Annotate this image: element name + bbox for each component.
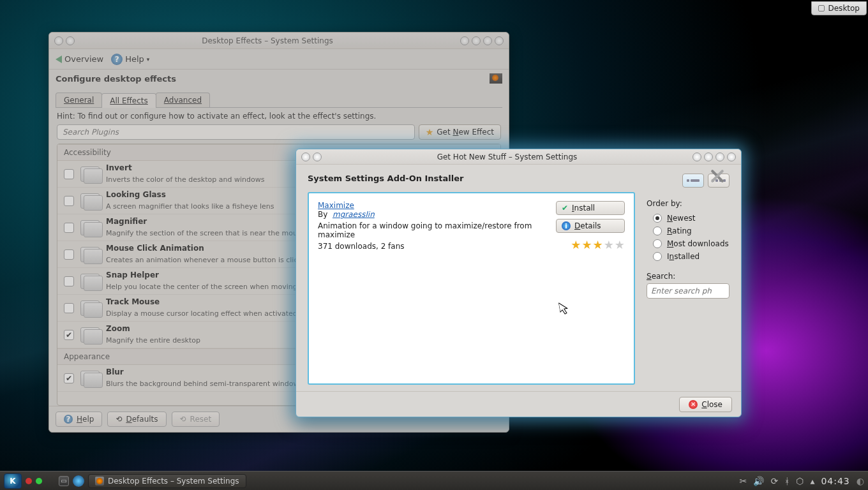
checkbox[interactable] (64, 223, 74, 233)
refresh-icon[interactable]: ⟳ (770, 476, 778, 486)
volume-icon[interactable]: 🔊 (753, 476, 764, 486)
star-icon: ★ (615, 238, 625, 251)
task-app-icon (95, 477, 104, 486)
search-input[interactable] (647, 283, 730, 299)
undo-icon: ⟲ (116, 415, 122, 424)
minimize-icon[interactable] (472, 36, 481, 45)
check-icon: ✔ (562, 204, 568, 212)
checkbox[interactable] (64, 169, 74, 179)
show-desktop-icon[interactable]: ▭ (59, 476, 69, 486)
window-menu-icon[interactable] (301, 152, 310, 161)
window-pin-icon[interactable] (66, 36, 75, 45)
effect-thumb-icon (80, 301, 100, 316)
details-button[interactable]: iDetails (556, 219, 625, 233)
info-icon: i (562, 221, 571, 230)
clipboard-icon[interactable]: ✂ (740, 476, 747, 486)
sort-rating[interactable]: Rating (647, 225, 730, 237)
window-title: Desktop Effects – System Settings (76, 36, 459, 45)
checkbox[interactable] (64, 196, 74, 206)
addon-stats: 371 downloads, 2 fans (318, 242, 548, 251)
effect-thumb-icon (80, 327, 100, 343)
addon-by: By (318, 210, 327, 219)
task-label: Desktop Effects – System Settings (108, 477, 239, 486)
radio-icon (653, 214, 662, 223)
effect-thumb-icon (80, 247, 100, 262)
x-icon: ✕ (689, 400, 698, 409)
help-icon[interactable] (692, 152, 701, 161)
search-label: Search: (647, 272, 730, 281)
window-menu-icon[interactable] (54, 36, 63, 45)
overview-button[interactable]: Overview (56, 54, 103, 64)
checkbox[interactable] (64, 276, 74, 286)
maximize-icon[interactable] (483, 36, 492, 45)
install-button[interactable]: ✔Install (556, 201, 625, 215)
kickoff-menu[interactable]: K (4, 473, 22, 489)
hint-text: Hint: To find out or configure how to ac… (49, 108, 509, 124)
taskbar-panel: K ▭ Desktop Effects – System Settings ✂ … (0, 471, 868, 490)
effect-thumb-icon (80, 167, 100, 182)
activity-dot-red-icon[interactable] (26, 478, 32, 484)
close-button[interactable]: ✕ Close (679, 397, 732, 412)
addon-author-link[interactable]: mgraesslin (333, 210, 375, 219)
minimize-icon[interactable] (704, 152, 713, 161)
bluetooth-icon[interactable]: ᚼ (784, 476, 789, 486)
module-header: Configure desktop effects (49, 70, 509, 87)
addon-title-link[interactable]: Maximize (318, 201, 354, 210)
plasma-desktop-toolbox[interactable]: Desktop (811, 1, 867, 15)
checkbox[interactable] (64, 303, 74, 313)
chevron-up-icon[interactable]: ▴ (810, 476, 814, 486)
view-list-button[interactable] (682, 174, 704, 188)
close-icon[interactable] (495, 36, 504, 45)
reset-button[interactable]: ⟲Reset (172, 412, 220, 427)
search-plugins-input[interactable] (57, 124, 415, 140)
help-icon[interactable] (460, 36, 469, 45)
window-pin-icon[interactable] (313, 152, 322, 161)
star-icon: ★ (581, 238, 592, 251)
help-menu[interactable]: ? Help ▾ (111, 54, 149, 65)
defaults-button[interactable]: ⟲Defaults (107, 412, 166, 427)
star-icon: ★ (426, 127, 434, 137)
help-button[interactable]: ?Help (56, 412, 102, 427)
get-new-label: Get New Effect (437, 128, 494, 137)
task-desktop-effects[interactable]: Desktop Effects – System Settings (88, 474, 246, 488)
sort-newest[interactable]: Newest (647, 212, 730, 225)
star-icon: ★ (571, 238, 581, 251)
radio-icon (653, 252, 662, 261)
radio-icon (653, 226, 662, 235)
titlebar[interactable]: Desktop Effects – System Settings (49, 33, 509, 49)
checkbox[interactable] (64, 249, 74, 260)
rating-stars[interactable]: ★ ★ ★ ★ ★ (571, 238, 625, 251)
order-by-label: Order by: (647, 199, 730, 208)
effect-thumb-icon (80, 220, 100, 235)
tab-all-effects[interactable]: All Effects (101, 93, 156, 108)
chevron-down-icon: ▾ (147, 56, 150, 63)
close-icon[interactable] (727, 152, 736, 161)
sort-most-downloads[interactable]: Most downloads (647, 237, 730, 250)
maximize-icon[interactable] (715, 152, 724, 161)
logout-icon[interactable]: ◐ (857, 476, 864, 486)
tab-advanced[interactable]: Advanced (156, 93, 210, 107)
web-browser-icon[interactable] (73, 475, 84, 487)
addon-result-item[interactable]: Maximize By mgraesslin Animation for a w… (308, 192, 635, 385)
cashew-icon (818, 5, 825, 11)
get-new-effect-button[interactable]: ★ Get New Effect (419, 124, 501, 140)
tab-general[interactable]: General (56, 93, 102, 107)
radio-icon (653, 239, 662, 248)
tools-icon (490, 73, 502, 84)
sort-installed[interactable]: Installed (647, 250, 730, 263)
overview-label: Overview (64, 54, 103, 64)
activity-dot-green-icon[interactable] (36, 478, 42, 484)
effect-thumb-icon (80, 193, 100, 209)
checkbox-checked[interactable]: ✔ (64, 373, 74, 383)
effect-thumb-icon (80, 274, 100, 289)
clock[interactable]: 04:43 (821, 476, 849, 486)
addon-desc: Animation for a window going to maximize… (318, 221, 548, 239)
titlebar[interactable]: Get Hot New Stuff – System Settings (296, 149, 741, 165)
star-icon: ★ (593, 238, 603, 251)
help-icon: ? (111, 54, 123, 65)
toolbar: Overview ? Help ▾ (49, 49, 509, 70)
help-label: Help (125, 54, 144, 64)
network-icon[interactable]: ⬡ (796, 476, 804, 486)
desktop-toolbox-label: Desktop (828, 4, 860, 13)
checkbox-checked[interactable]: ✔ (64, 330, 74, 340)
